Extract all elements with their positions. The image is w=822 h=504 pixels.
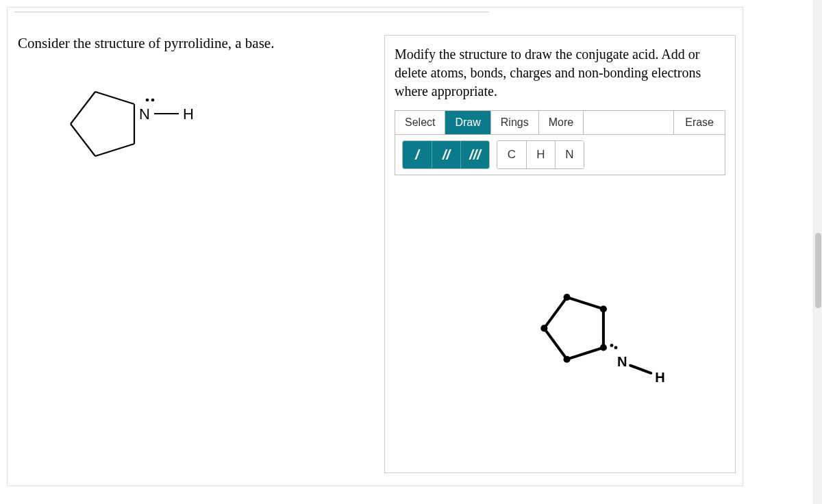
separator-line [14,12,489,12]
svg-line-2 [71,124,95,156]
question-prompt-column: Consider the structure of pyrrolidine, a… [14,35,364,473]
pyrrolidine-structure: N H [28,73,206,175]
tab-rings[interactable]: Rings [491,111,539,134]
drawing-toolbar: Select Draw Rings More Erase / // /// C [395,110,725,175]
scrollbar-thumb[interactable] [815,233,821,308]
svg-point-6 [151,99,155,102]
svg-line-4 [95,92,134,104]
svg-point-17 [564,294,571,301]
svg-point-13 [600,305,607,312]
svg-line-12 [567,297,603,309]
triple-bond-icon: /// [469,147,481,163]
canvas-atom-h: H [655,370,665,385]
question-container: Consider the structure of pyrrolidine, a… [7,7,743,486]
bond-button-group: / // /// [402,140,490,169]
svg-point-16 [540,325,547,331]
triple-bond-button[interactable]: /// [460,141,489,168]
atom-button-group: C H N [497,140,584,169]
atom-h-label: H [183,105,194,123]
page-scrollbar[interactable] [813,0,822,504]
double-bond-icon: // [443,147,450,163]
tab-more[interactable]: More [539,111,584,134]
prompt-text: Consider the structure of pyrrolidine, a… [18,35,364,52]
atom-h-button[interactable]: H [526,141,555,168]
drawing-panel: Modify the structure to draw the conjuga… [384,35,736,473]
instruction-text: Modify the structure to draw the conjuga… [395,45,725,101]
svg-line-11 [544,297,566,328]
svg-point-14 [600,344,607,351]
double-bond-button[interactable]: // [432,141,460,168]
svg-line-3 [71,92,95,124]
svg-line-1 [95,144,134,156]
svg-line-10 [544,328,566,359]
toolbar-tab-row: Select Draw Rings More Erase [395,111,725,135]
svg-point-18 [610,344,614,347]
canvas-molecule: N H [395,175,725,475]
toolbar-tool-row: / // /// C H N [395,135,725,175]
question-area: Consider the structure of pyrrolidine, a… [8,35,743,473]
atom-n-label: N [139,105,150,123]
tab-erase[interactable]: Erase [674,111,725,134]
tab-spacer [584,111,674,134]
svg-line-20 [630,366,651,373]
tab-draw[interactable]: Draw [445,111,490,134]
single-bond-button[interactable]: / [403,141,432,168]
atom-c-button[interactable]: C [497,141,526,168]
svg-line-9 [567,348,603,360]
single-bond-icon: / [415,147,419,163]
tab-select[interactable]: Select [395,111,445,134]
svg-point-5 [146,99,149,102]
svg-point-15 [564,356,571,363]
atom-n-button[interactable]: N [555,141,584,168]
drawing-canvas[interactable]: N H [395,175,725,475]
svg-point-19 [614,346,618,349]
canvas-atom-n: N [617,354,627,369]
